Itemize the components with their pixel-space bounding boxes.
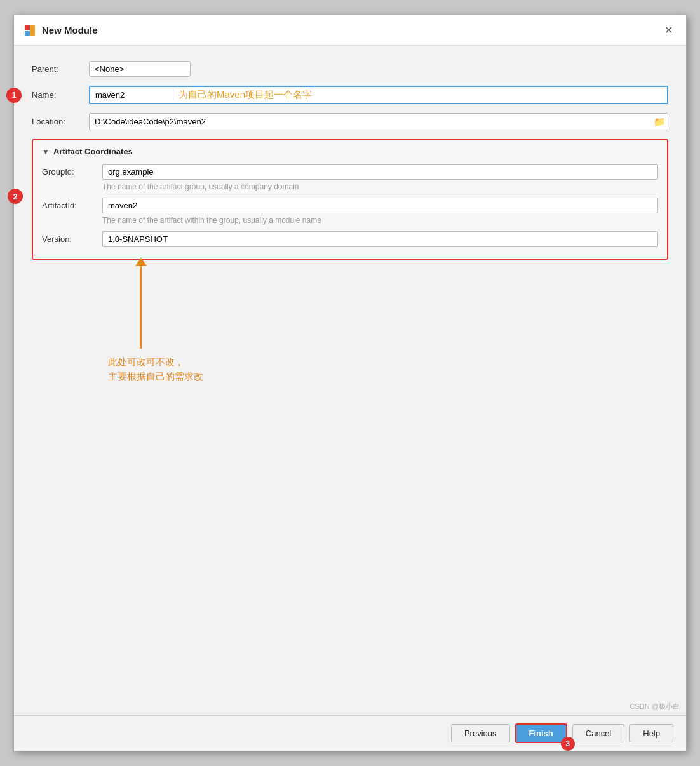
- close-button[interactable]: ✕: [659, 22, 677, 39]
- parent-select-wrap: <None>: [89, 61, 191, 77]
- annotation-area: 此处可改可不改， 主要根据自己的需求改: [108, 266, 668, 393]
- dialog-footer: Previous Finish 3 Cancel Help: [14, 715, 686, 751]
- finish-button[interactable]: Finish: [515, 723, 567, 743]
- parent-label: Parent:: [32, 64, 89, 74]
- badge-2: 2: [8, 189, 23, 204]
- group-id-row: GroupId:: [42, 164, 658, 180]
- svg-rect-3: [30, 25, 35, 36]
- help-button[interactable]: Help: [629, 724, 673, 742]
- badge-1: 1: [6, 88, 22, 103]
- parent-row: Parent: <None>: [32, 61, 668, 77]
- name-input[interactable]: [90, 87, 173, 103]
- location-input[interactable]: [89, 113, 668, 130]
- finish-button-wrap: Finish 3: [515, 723, 567, 743]
- group-id-label: GroupId:: [42, 167, 102, 177]
- artifact-coordinates-section: ▼ Artifact Coordinates GroupId: The name…: [32, 139, 668, 260]
- location-input-wrap: 📁: [89, 113, 668, 130]
- artifact-id-hint: The name of the artifact within the grou…: [102, 216, 658, 225]
- name-label: Name:: [32, 90, 89, 100]
- version-input[interactable]: [102, 231, 658, 247]
- watermark: CSDN @极小白: [630, 702, 680, 711]
- group-id-input[interactable]: [102, 164, 658, 180]
- app-icon: [23, 24, 37, 37]
- artifact-id-input[interactable]: [102, 198, 658, 213]
- dialog-body: Parent: <None> 1 Name: 为自己的Maven项目起一个名字 …: [14, 46, 686, 715]
- location-row: Location: 📁: [32, 113, 668, 130]
- name-hint: 为自己的Maven项目起一个名字: [173, 89, 667, 101]
- svg-rect-2: [25, 31, 30, 36]
- title-bar: New Module ✕: [14, 15, 686, 46]
- group-id-hint: The name of the artifact group, usually …: [102, 182, 658, 191]
- svg-rect-1: [25, 25, 30, 30]
- artifact-header: ▼ Artifact Coordinates: [42, 147, 658, 156]
- name-row: 1 Name: 为自己的Maven项目起一个名字: [32, 86, 668, 104]
- artifact-id-row: ArtifactId:: [42, 198, 658, 213]
- new-module-dialog: New Module ✕ Parent: <None> 1 Name: 为自己的…: [13, 15, 687, 751]
- collapse-arrow-icon[interactable]: ▼: [42, 147, 50, 156]
- artifact-section-title: Artifact Coordinates: [53, 147, 133, 156]
- badge-3: 3: [561, 737, 575, 751]
- version-row: Version:: [42, 231, 658, 247]
- artifact-id-label: ArtifactId:: [42, 201, 102, 210]
- version-label: Version:: [42, 234, 102, 244]
- dialog-title: New Module: [42, 25, 654, 36]
- folder-browse-button[interactable]: 📁: [654, 116, 666, 128]
- previous-button[interactable]: Previous: [451, 724, 510, 742]
- parent-select[interactable]: <None>: [89, 61, 191, 77]
- cancel-button[interactable]: Cancel: [572, 724, 624, 742]
- annotation-arrow: [140, 266, 142, 349]
- annotation-text: 此处可改可不改， 主要根据自己的需求改: [108, 355, 203, 384]
- location-label: Location:: [32, 117, 89, 126]
- artifact-section-container: 2 ▼ Artifact Coordinates GroupId: The na…: [32, 139, 668, 260]
- name-input-wrapper: 为自己的Maven项目起一个名字: [89, 86, 668, 104]
